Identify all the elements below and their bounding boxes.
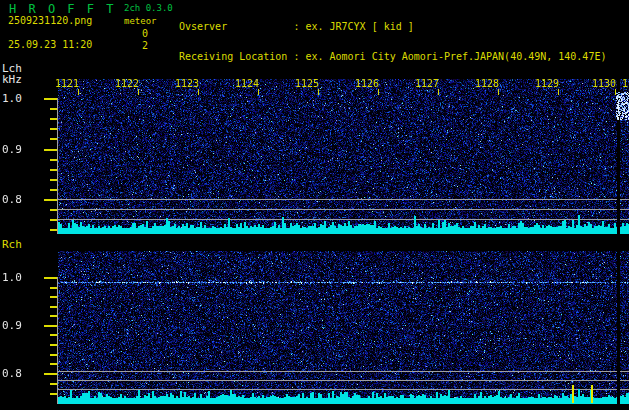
- lch-spectrogram: [58, 79, 629, 234]
- rch-ytick-major: [44, 325, 57, 327]
- time-label: 1129: [533, 78, 559, 89]
- datetime-label: 25.09.23 11:20: [8, 39, 92, 50]
- hrofft-screen: H R O F F T 2ch 0.3.0 2509231120.png met…: [0, 0, 629, 410]
- lch-ytick-major: [44, 199, 57, 201]
- time-tick: [258, 89, 259, 95]
- lch-ytick-minor: [50, 138, 57, 140]
- time-label: 1121: [53, 78, 79, 89]
- meteor-count-lch: 0: [142, 28, 148, 39]
- meteor-count-rch: 2: [142, 40, 148, 51]
- time-label: 1122: [113, 78, 139, 89]
- rch-panel-label: Rch: [2, 238, 22, 251]
- lch-axis-line: [57, 98, 58, 234]
- version-label: 2ch 0.3.0: [124, 3, 173, 13]
- lch-ytick-label: 0.9: [2, 143, 22, 156]
- rch-ytick-major: [44, 373, 57, 375]
- rch-ytick-label: 0.8: [2, 367, 22, 380]
- lch-ytick-minor: [50, 108, 57, 110]
- rch-ytick-minor: [50, 363, 57, 365]
- rch-ytick-minor: [50, 287, 57, 289]
- time-label: 1126: [353, 78, 379, 89]
- observer-line: Ovserver : ex. JR7CYX [ kid ]: [179, 22, 629, 32]
- lch-ytick-label: 1.0: [2, 92, 22, 105]
- rch-ytick-minor: [50, 354, 57, 356]
- rch-ytick-label: 1.0: [2, 271, 22, 284]
- lch-ytick-minor: [50, 189, 57, 191]
- time-label: 1127: [413, 78, 439, 89]
- rch-ytick-minor: [50, 334, 57, 336]
- rch-ytick-minor: [50, 296, 57, 298]
- output-filename: 2509231120.png: [8, 15, 92, 26]
- app-title: H R O F F T: [9, 2, 116, 16]
- lch-ytick-major: [44, 98, 57, 100]
- time-label-partial: 11: [622, 78, 629, 89]
- meteor-counter-label: meteor: [124, 16, 157, 26]
- time-tick: [438, 89, 439, 95]
- time-label: 1123: [173, 78, 199, 89]
- rch-ytick-minor: [50, 306, 57, 308]
- lch-ytick-major: [44, 149, 57, 151]
- rch-ytick-minor: [50, 344, 57, 346]
- time-tick: [318, 89, 319, 95]
- rch-ytick-major: [44, 277, 57, 279]
- time-label: 1124: [233, 78, 259, 89]
- rch-axis-line: [57, 277, 58, 404]
- lch-ytick-minor: [50, 219, 57, 221]
- lch-ytick-minor: [50, 169, 57, 171]
- rch-ytick-label: 0.9: [2, 319, 22, 332]
- rch-ytick-minor: [50, 383, 57, 385]
- time-label: 1130: [590, 78, 616, 89]
- time-tick: [78, 89, 79, 95]
- khz-unit-label: kHz: [2, 73, 22, 86]
- lch-ytick-minor: [50, 128, 57, 130]
- rch-spectrogram: [58, 251, 629, 404]
- time-tick: [378, 89, 379, 95]
- time-label: 1128: [473, 78, 499, 89]
- time-tick: [558, 89, 559, 95]
- time-label: 1125: [293, 78, 319, 89]
- receiving-location-line: Receiving Location : ex. Aomori City Aom…: [179, 52, 629, 62]
- lch-ytick-minor: [50, 159, 57, 161]
- time-tick: [198, 89, 199, 95]
- rch-ytick-minor: [50, 393, 57, 395]
- lch-ytick-minor: [50, 209, 57, 211]
- lch-ytick-minor: [50, 118, 57, 120]
- time-tick: [138, 89, 139, 95]
- time-tick: [615, 89, 616, 95]
- lch-ytick-minor: [50, 229, 57, 231]
- lch-ytick-label: 0.8: [2, 193, 22, 206]
- lch-ytick-minor: [50, 179, 57, 181]
- rch-ytick-minor: [50, 315, 57, 317]
- time-tick: [498, 89, 499, 95]
